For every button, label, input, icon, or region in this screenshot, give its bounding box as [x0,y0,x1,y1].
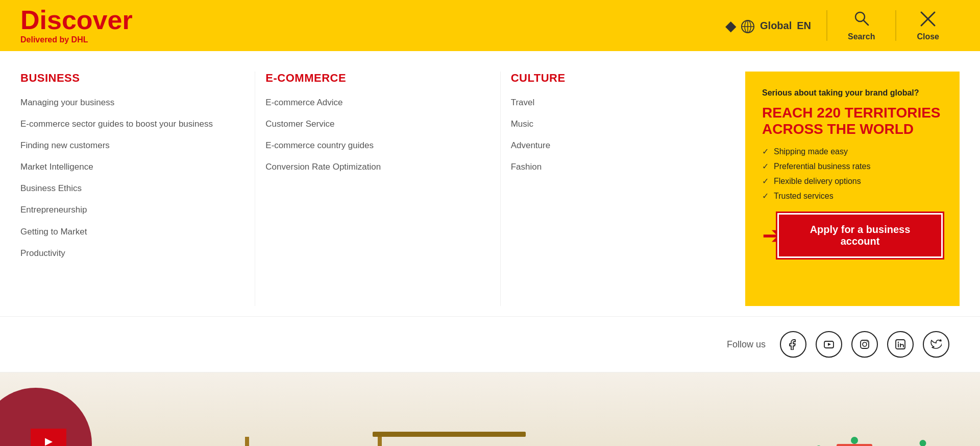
ecommerce-column: E-COMMERCE E-commerce Advice Customer Se… [255,72,500,306]
follow-us-label: Follow us [727,339,766,350]
globe-icon: ◆ [725,17,755,34]
feature-trusted: ✓ Trusted services [762,191,943,201]
promo-cta-row: ➔ Apply for a business account [762,213,943,258]
language-selector[interactable]: ◆ Global EN [710,17,826,34]
culture-column: CULTURE Travel Music Adventure Fashion [501,72,745,306]
promo-panel: Serious about taking your brand global? … [745,72,960,306]
logo-tagline: Delivered by DHL [20,35,133,44]
header-right: ◆ Global EN Search [710,10,960,41]
hero-center-illustration [373,432,387,446]
menu-item-finding-customers[interactable]: Finding new customers [20,140,234,151]
close-label: Close [917,32,939,41]
close-icon [919,10,937,30]
facebook-icon[interactable] [780,331,806,358]
hero-gifts [804,444,939,446]
close-button[interactable]: Close [896,10,960,41]
menu-item-music[interactable]: Music [511,119,725,130]
menu-item-country-guides[interactable]: E-commerce country guides [265,140,479,151]
svg-point-15 [898,342,899,343]
menu-item-business-ethics[interactable]: Business Ethics [20,183,234,194]
search-button[interactable]: Search [827,10,895,41]
menu-item-ecommerce-guides[interactable]: E-commerce sector guides to boost your b… [20,119,234,130]
linkedin-icon[interactable] [887,331,914,358]
menu-item-entrepreneurship[interactable]: Entrepreneurship [20,204,234,216]
svg-line-5 [864,20,868,25]
youtube-icon[interactable] [816,331,842,358]
promo-headline: REACH 220 TERRITORIES ACROSS THE WORLD [762,105,943,137]
business-col-title: BUSINESS [20,72,234,85]
lang-label: EN [797,20,811,32]
promo-tagline: Serious about taking your brand global? [762,88,943,98]
menu-item-productivity[interactable]: Productivity [20,248,234,259]
menu-item-customer-service[interactable]: Customer Service [265,119,479,130]
search-label: Search [848,32,875,41]
header: Discover Delivered by DHL ◆ Global EN [0,0,980,51]
site-logo[interactable]: Discover [20,7,133,33]
menu-item-managing[interactable]: Managing your business [20,97,234,108]
mega-menu: BUSINESS Managing your business E-commer… [0,51,980,317]
menu-item-conversion-rate[interactable]: Conversion Rate Optimization [265,161,479,173]
search-icon [853,10,870,30]
apply-business-button[interactable]: Apply for a business account [777,213,943,258]
promo-features-list: ✓ Shipping made easy ✓ Preferential busi… [762,147,943,201]
menu-item-getting-to-market[interactable]: Getting to Market [20,226,234,238]
hero-area: ▶ [0,372,980,446]
global-label: Global [760,20,792,32]
check-icon-2: ✓ [762,161,769,171]
follow-us-bar: Follow us [0,317,980,372]
check-icon-1: ✓ [762,147,769,156]
ecommerce-col-title: E-COMMERCE [265,72,479,85]
menu-item-market-intelligence[interactable]: Market Intelligence [20,161,234,173]
check-icon-4: ✓ [762,191,769,201]
menu-item-fashion[interactable]: Fashion [511,161,725,173]
business-column: BUSINESS Managing your business E-commer… [20,72,255,306]
svg-point-12 [867,341,868,342]
feature-delivery: ✓ Flexible delivery options [762,176,943,186]
feature-shipping: ✓ Shipping made easy [762,147,943,156]
culture-col-title: CULTURE [511,72,725,85]
logo-area: Discover Delivered by DHL [20,7,133,44]
instagram-icon[interactable] [851,331,878,358]
svg-marker-9 [828,343,831,346]
menu-item-adventure[interactable]: Adventure [511,140,725,151]
twitter-icon[interactable] [923,331,949,358]
feature-rates: ✓ Preferential business rates [762,161,943,171]
hero-cta-button[interactable]: ▶ [31,429,66,446]
menu-item-travel[interactable]: Travel [511,97,725,108]
svg-point-11 [863,342,867,346]
check-icon-3: ✓ [762,176,769,186]
menu-item-ecommerce-advice[interactable]: E-commerce Advice [265,97,479,108]
